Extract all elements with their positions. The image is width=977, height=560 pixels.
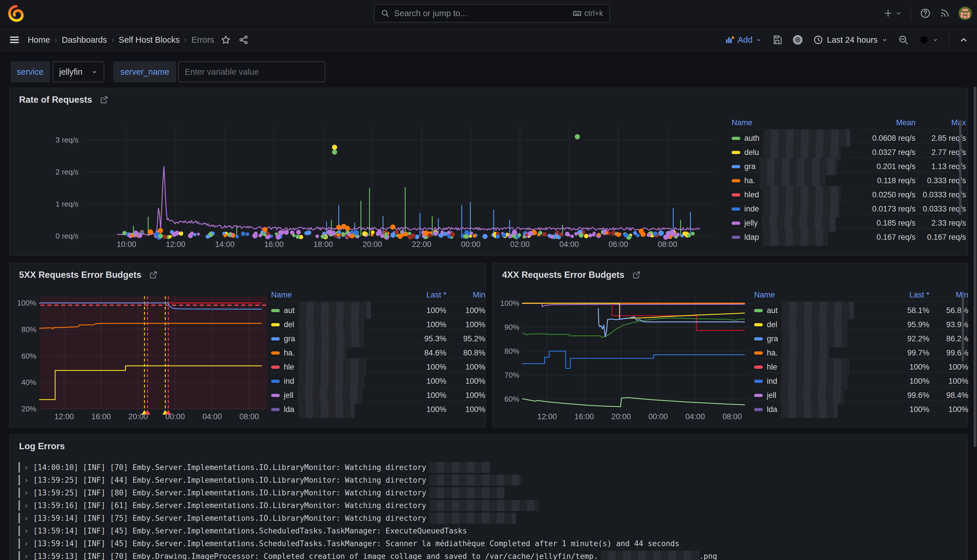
series-color-pill [754, 408, 763, 411]
legend-col-name[interactable]: Name [271, 290, 403, 300]
log-expand-icon[interactable]: › [24, 552, 28, 560]
log-row[interactable]: ›[13:59:13] [INF] [70] Emby.Drawing.Imag… [18, 550, 959, 560]
global-search[interactable]: ctrl+k [374, 4, 610, 23]
legend-value: 92.2% [886, 334, 929, 343]
keyboard-icon [573, 9, 581, 18]
legend-row: inde0.0173 req/s0.0333 req/s [731, 200, 966, 214]
svg-text:100%: 100% [500, 299, 520, 308]
help-icon[interactable] [920, 8, 931, 19]
svg-text:16:00: 16:00 [264, 240, 284, 249]
settings-gear-icon[interactable] [792, 34, 803, 45]
series-color-pill [731, 165, 740, 168]
topnav-actions [883, 0, 972, 27]
svg-text:04:00: 04:00 [685, 412, 705, 421]
external-link-icon[interactable] [632, 271, 641, 279]
svg-text:1 req/s: 1 req/s [56, 200, 79, 208]
panel-title[interactable]: 4XX Requests Error Budgets [502, 270, 641, 280]
grafana-logo-icon[interactable] [8, 5, 24, 22]
panel-title[interactable]: Log Errors [19, 441, 65, 452]
breadcrumb-item-self-host-blocks[interactable]: Self Host Blocks [119, 35, 180, 45]
legend-scrollbar[interactable] [959, 120, 961, 215]
log-expand-icon[interactable]: › [24, 539, 28, 548]
legend-col-name[interactable]: Name [731, 118, 853, 127]
svg-text:08:00: 08:00 [722, 412, 742, 421]
user-avatar[interactable] [959, 7, 972, 20]
log-expand-icon[interactable]: › [24, 514, 28, 522]
log-expand-icon[interactable]: › [24, 488, 28, 497]
external-link-icon[interactable] [149, 271, 158, 279]
series-name-prefix: gra [767, 334, 778, 343]
legend-value: 98.4% [929, 391, 968, 400]
legend-col-max[interactable]: Max [915, 118, 966, 127]
log-row[interactable]: ›[13:59:14] [INF] [75] Emby.Server.Imple… [18, 512, 959, 524]
series-color-pill [731, 207, 740, 211]
add-button[interactable]: Add [725, 35, 763, 45]
legend-scrollbar[interactable] [962, 292, 964, 362]
svg-text:60%: 60% [504, 395, 519, 403]
legend-row: aut58.1%56.8% [754, 302, 968, 316]
err5xx-legend: NameLast *Minaut100%100%del100%100%gra95… [271, 288, 485, 415]
log-level-bar [18, 475, 20, 485]
variable-select-service[interactable]: jellyfin [53, 62, 104, 82]
favorite-star-icon[interactable] [220, 35, 231, 45]
legend-row: del95.9%93.9% [754, 316, 968, 330]
log-expand-icon[interactable]: › [24, 527, 28, 535]
legend-row: auth0.0608 req/s2.85 req/s [731, 129, 966, 143]
log-row[interactable]: ›[13:59:25] [INF] [80] Emby.Server.Imple… [18, 487, 959, 499]
panel-title[interactable]: Rate of Requests [19, 95, 108, 105]
legend-series-name[interactable]: lda [271, 401, 403, 418]
legend-value: 0.333 req/s [915, 176, 966, 185]
legend-value: 0.118 req/s [853, 176, 915, 185]
breadcrumb-item-home[interactable]: Home [28, 35, 50, 45]
legend-series-name[interactable]: lda [754, 401, 886, 418]
legend-col-last[interactable]: Last * [403, 290, 446, 300]
series-name-prefix: ind [767, 377, 777, 386]
series-name-prefix: lda [767, 405, 777, 414]
log-row[interactable]: ›[13:59:14] [INF] [45] Emby.Server.Imple… [18, 537, 959, 550]
variable-input-server-name[interactable] [179, 62, 326, 82]
search-input[interactable] [394, 9, 568, 18]
series-name-prefix: ha. [744, 176, 755, 185]
series-name-prefix: jell [767, 391, 777, 400]
series-name-prefix: del [284, 320, 294, 329]
share-icon[interactable] [239, 35, 249, 45]
collapse-toolbar-icon[interactable] [959, 35, 968, 45]
legend-col-last[interactable]: Last * [886, 290, 929, 300]
log-expand-icon[interactable]: › [24, 463, 28, 472]
external-link-icon[interactable] [100, 95, 108, 104]
refresh-button[interactable] [919, 35, 939, 45]
time-range-picker[interactable]: Last 24 hours [813, 35, 888, 45]
search-icon [381, 9, 389, 18]
divider [949, 33, 949, 46]
legend-col-name[interactable]: Name [754, 290, 886, 300]
err4xx-chart[interactable]: 100%90%80%70%60%12:0016:0020:0000:0004:0… [493, 289, 764, 427]
log-row[interactable]: ›[13:59:14] [INF] [45] Emby.Server.Imple… [18, 525, 959, 537]
err5xx-chart[interactable]: 100%80%60%40%20%12:0016:0020:0000:0004:0… [10, 289, 281, 427]
breadcrumb-item-dashboards[interactable]: Dashboards [62, 35, 107, 45]
zoom-out-icon[interactable] [898, 34, 909, 45]
menu-toggle-icon[interactable] [9, 34, 20, 46]
page-scrollbar[interactable] [974, 87, 976, 447]
save-dashboard-icon[interactable] [772, 35, 782, 45]
legend-col-min[interactable]: Min [446, 290, 485, 300]
legend-value: 0.167 req/s [915, 233, 966, 242]
log-expand-icon[interactable]: › [24, 501, 28, 510]
legend-value: 0.185 req/s [853, 219, 915, 228]
series-name-prefix: aut [767, 306, 778, 315]
rate-chart[interactable]: 3 req/s2 req/s1 req/s0 req/s10:0012:0014… [10, 114, 731, 256]
legend-value: 0.167 req/s [853, 233, 915, 242]
log-row[interactable]: ›[13:59:25] [INF] [44] Emby.Server.Imple… [18, 474, 959, 486]
log-expand-icon[interactable]: › [24, 476, 28, 484]
legend-value: 100% [886, 405, 929, 414]
news-rss-icon[interactable] [939, 8, 950, 18]
panel-title[interactable]: 5XX Requests Error Budgets [19, 270, 158, 280]
server-name-input[interactable] [185, 62, 319, 82]
log-text: [13:59:13] [INF] [70] Emby.Drawing.Image… [33, 552, 598, 560]
log-row[interactable]: ›[14:00:10] [INF] [70] Emby.Server.Imple… [18, 461, 959, 473]
variable-label-server-name: server_name [114, 62, 176, 82]
log-level-bar [18, 488, 20, 498]
series-color-pill [271, 337, 280, 340]
log-row[interactable]: ›[13:59:16] [INF] [61] Emby.Server.Imple… [18, 499, 959, 512]
new-item-button[interactable] [883, 9, 902, 18]
legend-col-mean[interactable]: Mean [853, 118, 915, 127]
